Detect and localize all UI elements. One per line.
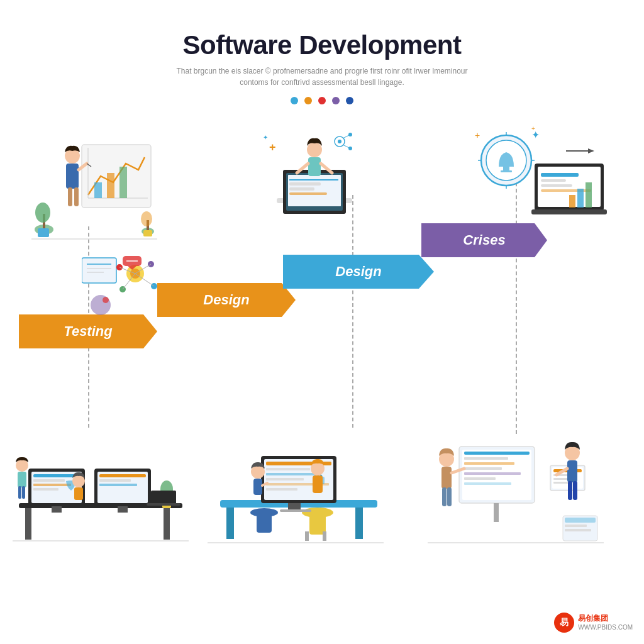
- svg-rect-145: [464, 482, 511, 485]
- svg-rect-164: [565, 518, 596, 523]
- svg-rect-85: [164, 508, 170, 540]
- illus-top-right: + ✦ +: [472, 126, 610, 239]
- svg-rect-141: [464, 462, 514, 465]
- svg-rect-88: [52, 506, 62, 513]
- illus-top-left: [31, 138, 157, 252]
- svg-rect-7: [94, 182, 102, 198]
- svg-rect-143: [464, 472, 521, 475]
- svg-rect-97: [99, 479, 131, 482]
- svg-rect-49: [308, 157, 321, 176]
- svg-rect-122: [288, 503, 301, 509]
- svg-rect-21: [82, 258, 116, 283]
- svg-rect-142: [464, 467, 502, 470]
- svg-rect-67: [569, 195, 575, 208]
- watermark: 易 易创集团 WWW.PBIDS.COM: [554, 613, 633, 633]
- svg-rect-47: [289, 192, 327, 195]
- svg-rect-68: [577, 189, 584, 208]
- dot-orange: [304, 97, 312, 104]
- svg-rect-159: [567, 460, 577, 482]
- svg-rect-9: [119, 167, 127, 198]
- svg-rect-119: [257, 513, 272, 533]
- svg-text:+: +: [269, 141, 276, 153]
- svg-rect-154: [441, 467, 452, 489]
- svg-marker-71: [588, 148, 594, 153]
- svg-rect-102: [22, 486, 25, 499]
- illus-bottom-center: [208, 428, 384, 553]
- svg-text:+: +: [475, 130, 480, 140]
- subtitle-text: That brgcun the eis slacer © profnemersa…: [171, 65, 473, 88]
- svg-rect-84: [25, 508, 31, 540]
- svg-rect-160: [568, 481, 572, 500]
- svg-rect-19: [143, 230, 152, 236]
- svg-line-56: [343, 145, 349, 148]
- svg-rect-74: [503, 167, 509, 170]
- svg-rect-13: [68, 187, 72, 206]
- svg-rect-61: [531, 209, 607, 214]
- svg-line-54: [343, 135, 349, 138]
- svg-rect-65: [541, 184, 572, 187]
- illus-top-center: + ✦: [245, 132, 371, 245]
- illus-mid-left: [82, 255, 170, 324]
- svg-rect-98: [99, 484, 137, 486]
- header: Software Development That brgcun the eis…: [0, 0, 644, 104]
- svg-rect-92: [33, 488, 58, 491]
- svg-rect-113: [355, 508, 363, 539]
- svg-rect-64: [541, 179, 566, 182]
- color-dots: [0, 97, 644, 104]
- watermark-text: 易创集团 WWW.PBIDS.COM: [578, 614, 633, 632]
- svg-rect-91: [33, 484, 71, 486]
- svg-rect-116: [305, 531, 309, 541]
- svg-point-18: [141, 211, 152, 226]
- svg-rect-132: [313, 475, 323, 493]
- svg-rect-69: [586, 182, 592, 208]
- svg-rect-63: [541, 173, 579, 177]
- arrow-design-1: Design: [157, 283, 296, 317]
- svg-rect-95: [118, 506, 128, 513]
- svg-point-48: [307, 142, 322, 157]
- svg-point-36: [103, 297, 109, 303]
- svg-point-57: [348, 147, 352, 150]
- svg-rect-112: [226, 508, 234, 539]
- svg-rect-11: [66, 164, 79, 189]
- dot-blue: [291, 97, 298, 104]
- dot-red: [318, 97, 326, 104]
- svg-rect-109: [147, 503, 180, 506]
- page-container: Software Development That brgcun the eis…: [0, 0, 644, 644]
- svg-text:+: +: [531, 126, 535, 132]
- svg-rect-156: [442, 487, 447, 506]
- svg-rect-144: [464, 477, 496, 480]
- arrow-design-2: Design: [283, 255, 434, 289]
- svg-rect-140: [464, 457, 508, 460]
- svg-rect-152: [553, 482, 569, 484]
- svg-rect-146: [494, 503, 499, 522]
- svg-rect-96: [99, 474, 146, 477]
- svg-rect-14: [74, 187, 79, 206]
- dot-purple: [332, 97, 340, 104]
- illus-bottom-left: [13, 428, 189, 553]
- svg-rect-126: [266, 473, 316, 475]
- svg-point-53: [338, 140, 341, 143]
- svg-rect-8: [107, 173, 114, 198]
- svg-text:✦: ✦: [263, 134, 268, 141]
- svg-rect-100: [18, 472, 26, 487]
- svg-rect-45: [289, 182, 321, 186]
- svg-rect-108: [151, 491, 176, 504]
- svg-rect-166: [565, 529, 591, 531]
- dot-darkblue: [346, 97, 353, 104]
- svg-point-55: [348, 133, 352, 136]
- illus-bottom-right: [428, 428, 604, 553]
- svg-rect-127: [266, 478, 304, 480]
- svg-rect-75: [501, 170, 512, 172]
- svg-rect-125: [266, 468, 310, 470]
- svg-rect-3: [38, 228, 49, 237]
- svg-point-2: [35, 203, 50, 223]
- watermark-logo: 易: [554, 613, 574, 633]
- page-title: Software Development: [0, 30, 644, 60]
- svg-rect-117: [323, 531, 326, 541]
- svg-rect-90: [33, 479, 65, 482]
- svg-rect-104: [74, 487, 83, 500]
- svg-rect-129: [266, 488, 297, 491]
- svg-rect-139: [464, 452, 530, 455]
- svg-rect-134: [253, 479, 262, 495]
- svg-rect-165: [565, 525, 587, 527]
